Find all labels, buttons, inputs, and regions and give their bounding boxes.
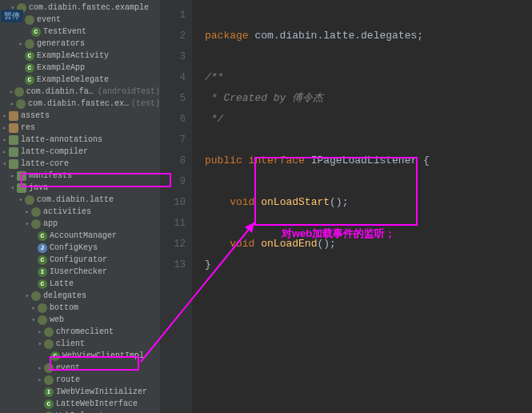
tree-label: TestEvent	[43, 27, 86, 36]
code-editor[interactable]: 12345678910111213 package com.diabin.lat…	[160, 0, 532, 413]
folder2-icon	[9, 111, 18, 121]
expand-arrow-icon[interactable]: ▸	[30, 304, 37, 311]
tree-node[interactable]: ▸assets	[0, 110, 160, 122]
expand-arrow-icon[interactable]: ▸	[2, 124, 8, 131]
expand-arrow-icon[interactable]: ▾	[2, 160, 8, 167]
pkg-icon	[25, 195, 34, 205]
tree-node[interactable]: ▸route	[0, 374, 160, 386]
tree-node[interactable]: ▸latte-compiler	[0, 146, 160, 158]
tree-node[interactable]: CExampleActivity	[0, 50, 160, 62]
expand-arrow-icon[interactable]: ▾	[37, 340, 43, 347]
expand-arrow-icon[interactable]: ▸	[10, 88, 14, 95]
tree-label: java	[29, 183, 48, 192]
editor-gutter: 12345678910111213	[160, 0, 192, 413]
tree-node[interactable]: ▾client	[0, 338, 160, 350]
class-icon: C	[38, 231, 47, 241]
tree-node[interactable]: ▸activities	[0, 206, 160, 218]
class-icon: C	[44, 399, 54, 409]
tree-label-dim: (androidTest)	[98, 87, 160, 96]
tree-node[interactable]: CWebViewClientImpl	[0, 350, 160, 362]
tree-label: app	[43, 219, 58, 228]
expand-arrow-icon[interactable]: ▾	[10, 184, 16, 191]
line-number: 3	[160, 46, 186, 67]
tree-node[interactable]: ▸manifests	[0, 170, 160, 182]
expand-arrow-icon[interactable]: ▸	[37, 376, 43, 383]
expand-arrow-icon[interactable]: ▸	[10, 172, 16, 179]
tree-label: delegates	[43, 291, 86, 300]
tree-node[interactable]: ▾web	[0, 314, 160, 326]
tree-node[interactable]: CExampleApp	[0, 62, 160, 74]
project-sidebar[interactable]: 暂停 ▾com.diabin.fastec.example▾eventCTest…	[0, 0, 160, 413]
pkg-icon	[31, 207, 41, 217]
tree-node[interactable]: IIUserChecker	[0, 266, 160, 278]
pkg-icon	[38, 315, 47, 325]
tree-node[interactable]: ▸chromeclient	[0, 326, 160, 338]
pkg-icon	[25, 15, 34, 25]
tree-node[interactable]: ▸generators	[0, 38, 160, 50]
tree-node[interactable]: ▸latte-annotations	[0, 134, 160, 146]
tree-label: web	[50, 315, 64, 324]
tree-label: AccountManager	[50, 231, 117, 240]
folder-icon	[17, 171, 26, 181]
tree-node[interactable]: ▾latte-core	[0, 158, 160, 170]
expand-arrow-icon[interactable]: ▸	[2, 112, 8, 119]
expand-arrow-icon[interactable]: ▸	[24, 208, 30, 215]
tree-node[interactable]: ▾event	[0, 14, 160, 26]
expand-arrow-icon[interactable]: ▾	[18, 196, 24, 203]
pkg-icon	[14, 87, 24, 97]
line-number: 12	[160, 234, 186, 255]
tree-node[interactable]: CLatte	[0, 278, 160, 290]
tree-node[interactable]: IIWebViewInitializer	[0, 386, 160, 398]
line-number: 11	[160, 213, 186, 234]
tree-node[interactable]: JConfigKeys	[0, 242, 160, 254]
line-number: 10	[160, 192, 186, 213]
editor-code[interactable]: package com.diabin.latte.delegates; /** …	[192, 0, 532, 413]
line-number: 13	[160, 255, 186, 275]
folder-icon	[9, 135, 18, 145]
tree-label: LatteWebInterface	[56, 399, 138, 408]
tree-node[interactable]: ▸event	[0, 362, 160, 374]
folder2-icon	[9, 123, 18, 133]
tree-node[interactable]: ▾com.diabin.latte	[0, 194, 160, 206]
pkg-icon	[31, 291, 41, 301]
expand-arrow-icon[interactable]: ▾	[24, 292, 30, 299]
tree-node[interactable]: CAccountManager	[0, 230, 160, 242]
tree-node[interactable]: ▾delegates	[0, 290, 160, 302]
tree-node[interactable]: CExampleDelegate	[0, 74, 160, 86]
expand-arrow-icon[interactable]: ▸	[2, 148, 8, 155]
tree-label: res	[21, 123, 35, 132]
tree-node[interactable]: CTestEvent	[0, 26, 160, 38]
class-icon: C	[25, 51, 34, 61]
tree-node[interactable]: CWebDelegate	[0, 410, 160, 413]
pkg-icon	[31, 219, 41, 229]
line-number: 9	[160, 171, 186, 192]
pause-badge: 暂停	[1, 10, 23, 22]
tree-label: assets	[21, 111, 50, 120]
line-number: 1	[160, 5, 186, 26]
project-tree[interactable]: ▾com.diabin.fastec.example▾eventCTestEve…	[0, 0, 160, 413]
expand-arrow-icon[interactable]: ▸	[2, 136, 8, 143]
tree-node[interactable]: ▸bottom	[0, 302, 160, 314]
tree-node[interactable]: ▾com.diabin.fastec.example	[0, 2, 160, 14]
tree-node[interactable]: CConfigurator	[0, 254, 160, 266]
tree-node[interactable]: ▾app	[0, 218, 160, 230]
tree-node[interactable]: ▸res	[0, 122, 160, 134]
expand-arrow-icon[interactable]: ▸	[37, 364, 43, 371]
class-icon: C	[25, 63, 34, 73]
tree-label: ConfigKeys	[50, 243, 98, 252]
tree-label: bottom	[50, 303, 78, 312]
tree-node[interactable]: ▸com.diabin.fastec.example (androidTest)	[0, 86, 160, 98]
tree-node[interactable]: ▸com.diabin.fastec.example (test)	[0, 98, 160, 110]
expand-arrow-icon[interactable]: ▾	[24, 220, 30, 227]
tree-node[interactable]: ▾java	[0, 182, 160, 194]
expand-arrow-icon[interactable]: ▸	[37, 328, 43, 335]
expand-arrow-icon[interactable]: ▾	[30, 316, 37, 323]
tree-label: com.diabin.fastec.example	[26, 87, 98, 96]
tree-label: route	[56, 375, 80, 384]
folder-icon	[9, 159, 18, 169]
class-icon: C	[38, 279, 47, 289]
tree-node[interactable]: CLatteWebInterface	[0, 398, 160, 410]
expand-arrow-icon[interactable]: ▸	[18, 40, 24, 47]
expand-arrow-icon[interactable]: ▸	[10, 100, 15, 107]
tree-label: event	[56, 363, 80, 372]
